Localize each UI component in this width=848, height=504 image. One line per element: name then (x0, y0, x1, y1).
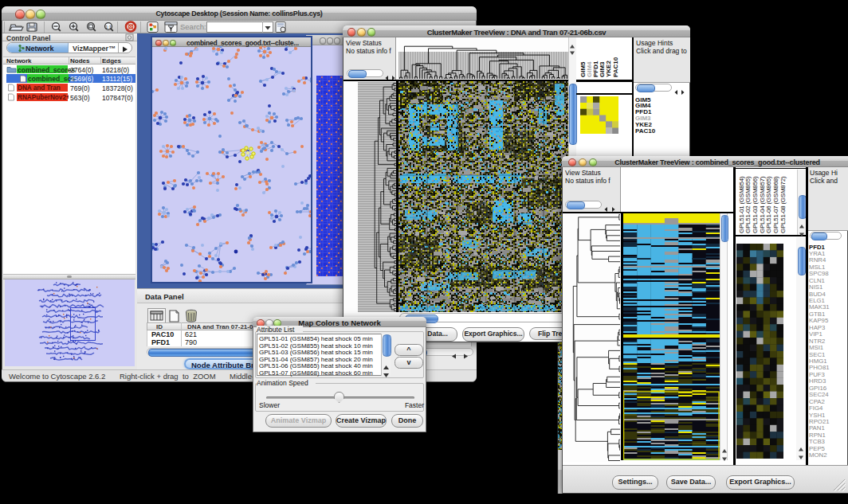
svg-text:1:1: 1:1 (105, 25, 112, 29)
